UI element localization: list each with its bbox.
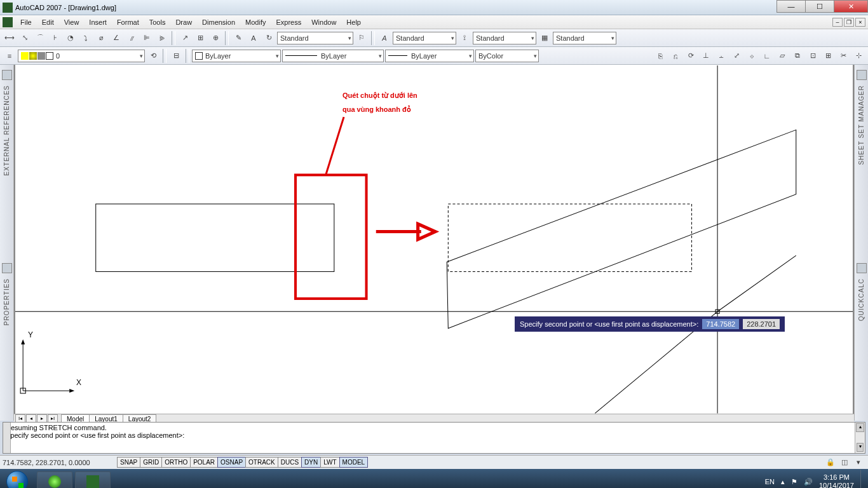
cmd-grip[interactable] [3,423,11,453]
status-lock-icon[interactable]: 🔒 [824,456,837,470]
document-icon[interactable] [3,17,13,27]
menu-edit[interactable]: Edit [37,17,59,27]
dim-tedit-icon[interactable]: A [247,31,261,45]
menu-file[interactable]: File [15,17,37,27]
status-tool-icon[interactable]: ◫ [837,456,851,470]
layer-states-icon[interactable]: ⊟ [169,49,183,63]
menu-modify[interactable]: Modify [240,17,271,27]
drawing-canvas[interactable]: Quét chuột từ dưới lên qua vùng khoanh đ… [14,65,854,414]
modify-btn-4[interactable]: ⊥ [699,49,713,63]
status-polar[interactable]: POLAR [190,457,218,468]
dim-baseline-icon[interactable]: ⊫ [140,31,154,45]
cmd-scrollbar[interactable]: ▴ ▾ [855,423,865,453]
modify-btn-9[interactable]: ▱ [775,49,789,63]
menu-express[interactable]: Express [271,17,306,27]
doc-minimize-button[interactable]: – [832,18,843,27]
status-model[interactable]: MODEL [339,457,369,468]
taskbar-app-1[interactable] [37,471,72,488]
tray-arrow-icon[interactable]: ▴ [781,478,785,486]
qleader-icon[interactable]: ↗ [178,31,192,45]
dim-style-combo[interactable]: Standard [277,32,353,44]
layer-manager-icon[interactable]: ≡ [3,49,17,63]
status-dyn[interactable]: DYN [301,457,321,468]
dynamic-y[interactable]: 228.2701 [743,319,780,329]
menu-view[interactable]: View [59,17,85,27]
style-combo-3[interactable]: Standard [473,32,536,44]
modify-btn-6[interactable]: ⤢ [729,49,743,63]
status-lwt[interactable]: LWT [320,457,339,468]
doc-close-button[interactable]: × [855,18,865,27]
close-button[interactable]: ✕ [834,0,868,13]
modify-btn-2[interactable]: ⎌ [668,49,682,63]
modify-btn-14[interactable]: ⊹ [851,49,865,63]
dim-radius-icon[interactable]: ◔ [64,31,78,45]
dim-jogged-icon[interactable]: ⤵ [79,31,93,45]
menu-help[interactable]: Help [341,17,366,27]
modify-btn-7[interactable]: ⟐ [745,49,759,63]
start-button[interactable] [0,469,34,488]
status-annoscale-icon[interactable]: ▾ [851,456,865,470]
layer-combo[interactable]: 0 [18,50,145,62]
dim-arc-icon[interactable]: ⌒ [33,31,47,45]
modify-btn-13[interactable]: ✂ [836,49,850,63]
modify-btn-10[interactable]: ⧉ [790,49,804,63]
menu-draw[interactable]: Draw [170,17,197,27]
text-style-icon[interactable]: A [377,31,391,45]
modify-btn-11[interactable]: ⊡ [806,49,820,63]
modify-btn-12[interactable]: ⊞ [821,49,835,63]
style-combo-4[interactable]: Standard [553,32,616,44]
menu-tools[interactable]: Tools [144,17,171,27]
tray-volume-icon[interactable]: 🔊 [804,478,813,486]
taskbar-app-autocad[interactable] [75,471,111,488]
text-style-combo[interactable]: Standard [393,32,456,44]
menu-format[interactable]: Format [112,17,144,27]
dim-angular-icon[interactable]: ∠ [109,31,123,45]
right-palette-2[interactable]: QUICKCALC [854,258,868,421]
language-indicator[interactable]: EN [765,478,775,485]
scroll-up-icon[interactable]: ▴ [856,423,864,432]
color-combo[interactable]: ByLayer [192,50,281,62]
minimize-button[interactable]: — [776,0,806,13]
dim-style2-icon[interactable]: ⟟ [458,31,471,45]
status-otrack[interactable]: OTRACK [245,457,278,468]
windows-taskbar: EN ▴ ⚑ 🔊 3:16 PM 10/14/2017 [0,469,868,488]
dim-continue-icon[interactable]: ⫸ [155,31,169,45]
status-ducs[interactable]: DUCS [278,457,302,468]
menu-insert[interactable]: Insert [84,17,112,27]
plotstyle-combo[interactable]: ByColor [475,50,539,62]
maximize-button[interactable]: ☐ [805,0,834,13]
dynamic-x[interactable]: 714.7582 [702,319,739,329]
coordinates-display[interactable]: 714.7582, 228.2701, 0.0000 [3,459,117,466]
table-style-icon[interactable]: ▦ [538,31,552,45]
menu-dimension[interactable]: Dimension [197,17,240,27]
menu-window[interactable]: Window [306,17,341,27]
quick-dim-icon[interactable]: ⫽ [125,31,139,45]
modify-btn-1[interactable]: ⎘ [653,49,667,63]
doc-restore-button[interactable]: ❐ [844,18,854,27]
dim-edit-icon[interactable]: ✎ [231,31,245,45]
modify-btn-3[interactable]: ⟳ [684,49,698,63]
layer-prev-icon[interactable]: ⟲ [146,49,160,63]
tray-clock[interactable]: 3:16 PM 10/14/2017 [819,473,854,488]
command-window[interactable]: Resuming STRETCH command. Specify second… [3,422,865,454]
scroll-down-icon[interactable]: ▾ [857,443,864,452]
modify-btn-8[interactable]: ∟ [760,49,774,63]
dim-diameter-icon[interactable]: ⌀ [94,31,108,45]
left-palette-2[interactable]: PROPERTIES [0,258,14,421]
linetype-combo[interactable]: ByLayer [282,50,384,62]
dim-style-icon[interactable]: ⚐ [355,31,369,45]
dim-aligned-icon[interactable]: ⤡ [18,31,32,45]
status-snap[interactable]: SNAP [117,457,140,468]
show-desktop-button[interactable] [860,470,865,488]
dim-linear-icon[interactable]: ⟷ [3,31,17,45]
center-mark-icon[interactable]: ⊕ [208,31,222,45]
status-grid[interactable]: GRID [140,457,162,468]
dim-update-icon[interactable]: ↻ [262,31,276,45]
dim-ordinate-icon[interactable]: ⊦ [48,31,62,45]
tolerance-icon[interactable]: ⊞ [193,31,207,45]
tray-flag-icon[interactable]: ⚑ [791,478,797,486]
modify-btn-5[interactable]: ⫠ [714,49,728,63]
lineweight-combo[interactable]: ByLayer [385,50,474,62]
status-ortho[interactable]: ORTHO [161,457,191,468]
status-osnap[interactable]: OSNAP [217,457,246,468]
